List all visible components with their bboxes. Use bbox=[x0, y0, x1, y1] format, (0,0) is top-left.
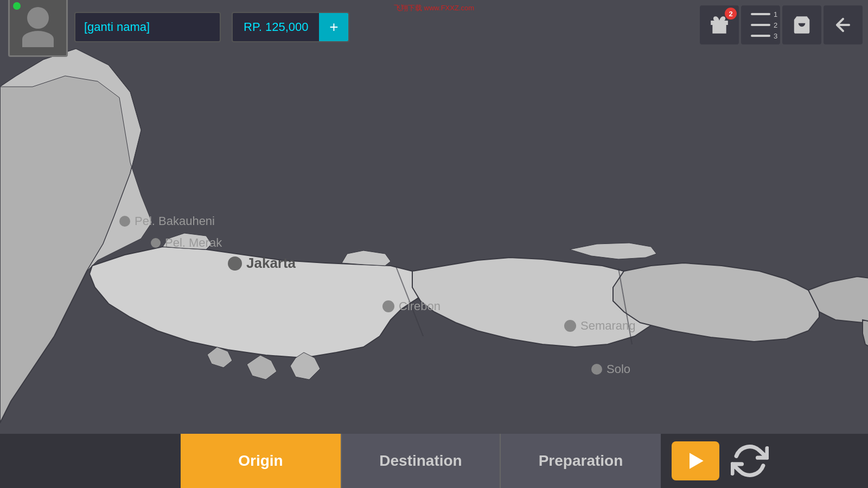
city-solo[interactable]: Solo bbox=[591, 362, 630, 376]
city-dot-solo bbox=[591, 364, 602, 375]
cart-button[interactable] bbox=[782, 5, 821, 44]
online-indicator bbox=[13, 2, 21, 10]
tab-origin-button[interactable]: Origin bbox=[181, 434, 341, 488]
player-name-input[interactable] bbox=[74, 12, 221, 42]
tab-destination-button[interactable]: Destination bbox=[341, 434, 501, 488]
city-name-cirebon: Cirebon bbox=[399, 299, 441, 313]
menu-num-1: 1 bbox=[774, 10, 777, 18]
city-dot-jakarta bbox=[228, 256, 242, 271]
city-bakauheni[interactable]: Pel. Bakauheni bbox=[119, 214, 215, 228]
map-container: Pel. Bakauheni Pel. Merak Jakarta Cirebo… bbox=[0, 0, 868, 488]
city-cirebon[interactable]: Cirebon bbox=[382, 299, 441, 313]
city-jakarta[interactable]: Jakarta bbox=[228, 255, 296, 272]
gift-button[interactable]: 2 bbox=[700, 5, 739, 44]
menu-button[interactable]: 1 2 3 bbox=[741, 5, 780, 44]
city-name-bakauheni: Pel. Bakauheni bbox=[135, 214, 215, 228]
refresh-button[interactable] bbox=[726, 437, 774, 485]
money-value: RP. 125,000 bbox=[233, 20, 319, 34]
city-merak[interactable]: Pel. Merak bbox=[151, 236, 222, 250]
svg-marker-3 bbox=[690, 453, 704, 468]
top-right-icons: 2 1 2 3 bbox=[700, 5, 863, 44]
back-button[interactable] bbox=[824, 5, 863, 44]
menu-num-2: 2 bbox=[774, 21, 777, 29]
city-name-merak: Pel. Merak bbox=[165, 236, 222, 250]
city-dot-cirebon bbox=[382, 300, 394, 312]
add-money-button[interactable]: + bbox=[319, 12, 348, 42]
city-dot-merak bbox=[151, 238, 161, 248]
refresh-icon bbox=[731, 442, 769, 480]
money-display: RP. 125,000 + bbox=[232, 12, 349, 42]
city-name-semarang: Semarang bbox=[580, 319, 636, 333]
city-dot-semarang bbox=[564, 320, 576, 332]
bottom-bar: Origin Destination Preparation bbox=[0, 434, 868, 488]
cart-icon bbox=[792, 15, 812, 35]
notification-badge: 2 bbox=[725, 8, 737, 20]
city-semarang[interactable]: Semarang bbox=[564, 319, 636, 333]
menu-num-3: 3 bbox=[774, 32, 777, 40]
city-name-solo: Solo bbox=[607, 362, 630, 376]
next-icon bbox=[684, 449, 707, 473]
next-button[interactable] bbox=[672, 441, 719, 480]
city-dot-bakauheni bbox=[119, 216, 130, 227]
back-icon bbox=[833, 15, 853, 35]
avatar-body bbox=[22, 31, 54, 47]
map-svg bbox=[0, 0, 868, 488]
avatar-box[interactable] bbox=[8, 0, 68, 57]
tab-preparation-button[interactable]: Preparation bbox=[501, 434, 661, 488]
avatar-head bbox=[27, 7, 49, 29]
city-name-jakarta: Jakarta bbox=[246, 255, 296, 272]
menu-lines: 1 2 3 bbox=[746, 10, 777, 40]
